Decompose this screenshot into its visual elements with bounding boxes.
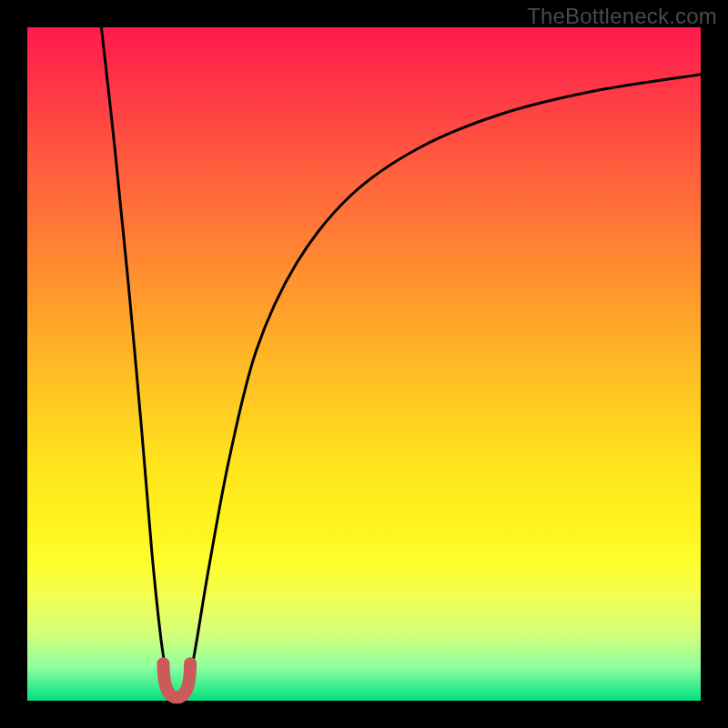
watermark-text: TheBottleneck.com — [527, 4, 717, 29]
curve-svg — [27, 27, 701, 701]
minimum-marker-path — [164, 663, 191, 697]
minimum-marker — [164, 663, 191, 697]
outer-frame: TheBottleneck.com — [0, 0, 728, 728]
bottleneck-curve-path — [101, 27, 701, 695]
plot-area — [27, 27, 701, 701]
